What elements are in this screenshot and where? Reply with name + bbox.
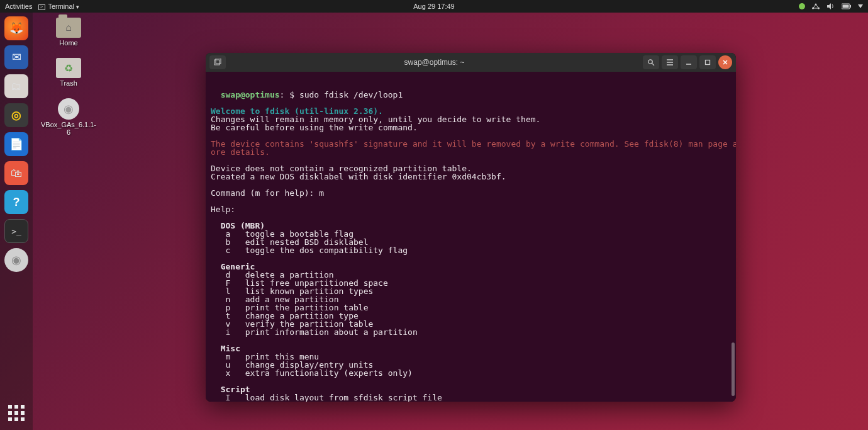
svg-rect-6: [214, 60, 220, 65]
minimize-button[interactable]: [681, 55, 697, 69]
clock[interactable]: Aug 29 17:49: [413, 3, 454, 10]
network-icon[interactable]: [811, 3, 820, 10]
show-applications-button[interactable]: [6, 402, 27, 424]
dock: [0, 13, 33, 430]
desktop-trash[interactable]: Trash: [56, 58, 81, 87]
desktop-vbox-disc[interactable]: VBox_GAs_6.1.1-6: [40, 98, 97, 136]
new-tab-button[interactable]: [209, 55, 226, 69]
activities-button[interactable]: Activities: [5, 3, 32, 10]
update-indicator-icon[interactable]: [799, 3, 805, 9]
desktop-home-label: Home: [59, 39, 77, 47]
desktop-vbox-label: VBox_GAs_6.1.1-6: [40, 121, 97, 136]
scrollbar-thumb[interactable]: [732, 342, 735, 396]
app-menu[interactable]: Terminal: [38, 3, 79, 10]
dock-disc[interactable]: [4, 248, 28, 272]
dock-thunderbird[interactable]: [4, 45, 28, 69]
maximize-button[interactable]: [699, 55, 716, 69]
search-button[interactable]: [643, 55, 659, 69]
dock-rhythmbox[interactable]: [4, 103, 28, 127]
disc-icon: [58, 98, 79, 120]
hamburger-menu-button[interactable]: [662, 55, 678, 69]
system-menu-caret-icon[interactable]: [858, 4, 863, 8]
close-button[interactable]: [718, 55, 732, 69]
volume-icon[interactable]: [826, 3, 835, 10]
trash-icon: [56, 58, 81, 78]
terminal-icon: [38, 4, 45, 10]
dock-files[interactable]: [4, 74, 28, 98]
desktop-home[interactable]: Home: [56, 18, 81, 47]
terminal-content[interactable]: swap@optimus: $ sudo fdisk /dev/loop1 We…: [206, 72, 736, 402]
svg-line-9: [652, 64, 654, 65]
terminal-title: swap@optimus: ~: [404, 58, 465, 67]
desktop-trash-label: Trash: [60, 79, 77, 87]
terminal-titlebar[interactable]: swap@optimus: ~: [206, 53, 736, 72]
dock-terminal[interactable]: [4, 219, 28, 243]
svg-point-8: [648, 60, 652, 64]
desktop-icons: Home Trash VBox_GAs_6.1.1-6: [40, 18, 97, 136]
dock-ubuntu-software[interactable]: [4, 161, 28, 185]
dock-help[interactable]: [4, 190, 28, 214]
svg-rect-14: [705, 60, 709, 65]
home-folder-icon: [56, 18, 81, 38]
gnome-topbar: Activities Terminal Aug 29 17:49: [0, 0, 868, 13]
svg-rect-5: [843, 5, 849, 8]
terminal-window: swap@optimus: ~ swap@optimus: $ sudo fdi…: [206, 53, 736, 402]
battery-icon[interactable]: [842, 3, 852, 9]
dock-firefox[interactable]: [4, 16, 28, 40]
svg-rect-4: [850, 5, 851, 8]
svg-rect-7: [216, 59, 221, 64]
dock-libreoffice-writer[interactable]: [4, 132, 28, 156]
